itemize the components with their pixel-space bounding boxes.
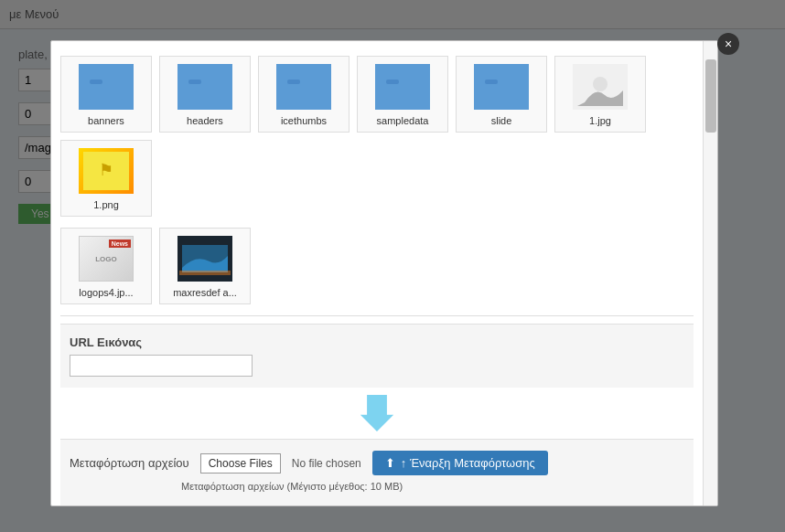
modal-scrollbar[interactable]: [703, 41, 717, 505]
folder-thumb-sampledata: [375, 64, 430, 110]
upload-row: Μεταφόρτωση αρχείου Choose Files No file…: [70, 451, 684, 475]
svg-marker-16: [360, 395, 393, 431]
file-item-headers[interactable]: headers: [159, 56, 251, 133]
no-file-text: No file chosen: [292, 457, 361, 470]
file-name-headers: headers: [187, 115, 223, 126]
svg-rect-7: [386, 80, 399, 84]
scrollbar-thumb[interactable]: [705, 59, 716, 133]
upload-hint: Μεταφόρτωση αρχείων (Μέγιστο μέγεθος: 10…: [181, 481, 684, 492]
modal-dialog: banners headers icethumbs: [50, 40, 718, 506]
svg-rect-5: [287, 80, 300, 84]
url-section: URL Εικόνας: [60, 324, 694, 388]
image-thumb-1png: ⚑: [79, 148, 134, 194]
file-item-1png[interactable]: ⚑ 1.png: [60, 140, 152, 217]
file-item-logops4[interactable]: LOGO News logops4.jp...: [60, 228, 152, 304]
file-name-maxresde: maxresdef a...: [173, 287, 237, 298]
file-item-sampledata[interactable]: sampledata: [357, 56, 448, 133]
modal-scroll-outer: banners headers icethumbs: [51, 41, 717, 505]
svg-point-10: [593, 77, 608, 91]
modal-close-button[interactable]: ×: [717, 33, 739, 55]
upload-label: Μεταφόρτωση αρχείου: [70, 456, 189, 470]
arrow-down-container: [60, 395, 694, 431]
svg-rect-15: [179, 271, 231, 275]
file-name-1jpg: 1.jpg: [589, 115, 611, 126]
svg-rect-9: [485, 80, 498, 84]
file-item-1jpg[interactable]: 1.jpg: [554, 56, 646, 133]
start-upload-label: ↑ Έναρξη Μεταφόρτωσης: [401, 456, 535, 470]
upload-icon: ⬆: [385, 456, 395, 470]
arrow-down-icon: [359, 395, 395, 431]
file-name-banners: banners: [88, 115, 124, 126]
folder-thumb-slide: [474, 64, 529, 110]
file-name-1png: 1.png: [93, 199, 119, 210]
svg-text:⚑: ⚑: [99, 161, 113, 179]
url-label: URL Εικόνας: [70, 335, 684, 349]
file-grid-row2: LOGO News logops4.jp...: [60, 228, 694, 304]
file-item-banners[interactable]: banners: [60, 56, 152, 133]
file-name-icethumbs: icethumbs: [281, 115, 327, 126]
choose-files-button[interactable]: Choose Files: [200, 453, 281, 473]
svg-rect-3: [188, 80, 201, 84]
section-divider-url: [60, 315, 694, 316]
folder-thumb-banners: [79, 64, 134, 110]
image-thumb-maxresde: [177, 236, 232, 282]
file-name-logops4: logops4.jp...: [79, 287, 133, 298]
folder-thumb-headers: [177, 64, 232, 110]
file-name-sampledata: sampledata: [377, 115, 429, 126]
start-upload-button[interactable]: ⬆ ↑ Έναρξη Μεταφόρτωσης: [372, 451, 548, 475]
url-input[interactable]: [70, 355, 253, 377]
image-thumb-1jpg: [573, 64, 628, 110]
file-item-maxresde[interactable]: maxresdef a...: [159, 228, 251, 304]
upload-section: Μεταφόρτωση αρχείου Choose Files No file…: [60, 439, 694, 505]
svg-rect-1: [90, 80, 102, 84]
close-icon: ×: [725, 37, 732, 51]
file-name-slide: slide: [491, 115, 512, 126]
modal-scroll-content[interactable]: banners headers icethumbs: [51, 41, 703, 505]
file-item-icethumbs[interactable]: icethumbs: [258, 56, 349, 133]
file-grid-row1: banners headers icethumbs: [60, 56, 694, 217]
folder-thumb-icethumbs: [276, 64, 331, 110]
image-thumb-logops4: LOGO News: [79, 236, 134, 282]
file-item-slide[interactable]: slide: [456, 56, 547, 133]
